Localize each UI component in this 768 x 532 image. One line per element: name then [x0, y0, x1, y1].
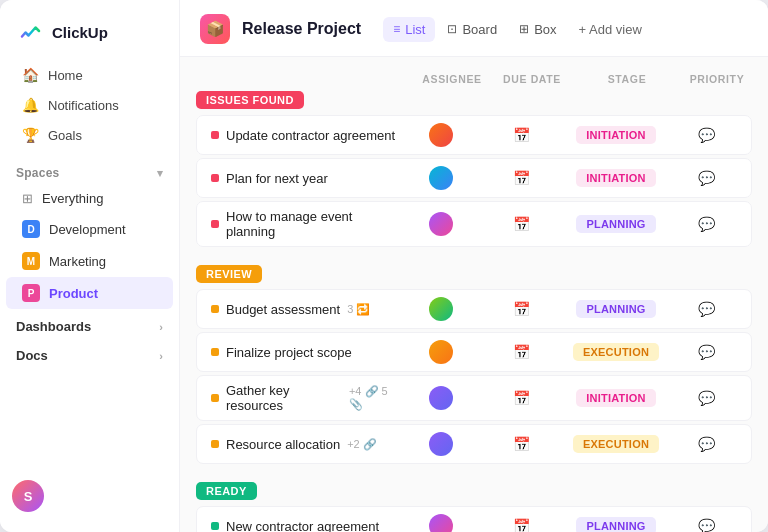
task-name: New contractor agreement — [226, 519, 379, 533]
add-view-button[interactable]: + Add view — [569, 17, 652, 42]
group-ready-badge: READY — [196, 482, 257, 500]
task-name: How to manage event planning — [226, 209, 401, 239]
tab-board-label: Board — [462, 22, 497, 37]
due-date-cell: 📅 — [481, 301, 561, 317]
marketing-dot: M — [22, 252, 40, 270]
product-dot: P — [22, 284, 40, 302]
task-meta: 3 🔁 — [347, 303, 370, 316]
task-name: Update contractor agreement — [226, 128, 395, 143]
task-name-cell: Finalize project scope — [207, 345, 401, 360]
tab-list[interactable]: ≡ List — [383, 17, 435, 42]
task-name-cell: Gather key resources +4 🔗 5 📎 — [207, 383, 401, 413]
view-tabs: ≡ List ⊡ Board ⊞ Box + Add view — [383, 17, 652, 42]
group-review-badge: REVIEW — [196, 265, 262, 283]
due-date-cell: 📅 — [481, 216, 561, 232]
main-header: 📦 Release Project ≡ List ⊡ Board ⊞ Box +… — [180, 0, 768, 57]
stage-cell: PLANNING — [561, 517, 671, 532]
goals-icon: 🏆 — [22, 127, 39, 143]
task-name: Budget assessment — [226, 302, 340, 317]
dashboards-section[interactable]: Dashboards › — [0, 309, 179, 338]
message-icon: 💬 — [698, 216, 715, 232]
stage-badge: EXECUTION — [573, 343, 659, 361]
user-avatar[interactable]: S — [12, 480, 44, 512]
table-row[interactable]: Update contractor agreement 📅 INITIATION… — [196, 115, 752, 155]
table-row[interactable]: How to manage event planning 📅 PLANNING … — [196, 201, 752, 247]
table-row[interactable]: Finalize project scope 📅 EXECUTION 💬 — [196, 332, 752, 372]
sidebar-bottom: S — [0, 472, 179, 520]
task-name: Plan for next year — [226, 171, 328, 186]
spaces-section: Spaces ▾ — [0, 154, 179, 184]
group-issues: ISSUES FOUND Update contractor agreement… — [196, 91, 752, 247]
task-dot — [211, 394, 219, 402]
task-name-cell: Plan for next year — [207, 171, 401, 186]
table-row[interactable]: Budget assessment 3 🔁 📅 PLANNING 💬 — [196, 289, 752, 329]
board-tab-icon: ⊡ — [447, 22, 457, 36]
table-row[interactable]: Resource allocation +2 🔗 📅 EXECUTION 💬 — [196, 424, 752, 464]
main-content: 📦 Release Project ≡ List ⊡ Board ⊞ Box +… — [180, 0, 768, 532]
sidebar-item-notifications-label: Notifications — [48, 98, 119, 113]
message-icon: 💬 — [698, 344, 715, 360]
sidebar-item-goals[interactable]: 🏆 Goals — [6, 120, 173, 150]
task-dot — [211, 174, 219, 182]
group-issues-header: ISSUES FOUND — [196, 91, 752, 109]
task-name: Gather key resources — [226, 383, 342, 413]
task-dot — [211, 440, 219, 448]
avatar — [429, 340, 453, 364]
sidebar-item-development[interactable]: D Development — [6, 213, 173, 245]
task-dot — [211, 305, 219, 313]
stage-badge: INITIATION — [576, 169, 655, 187]
calendar-icon: 📅 — [513, 518, 530, 532]
avatar — [429, 432, 453, 456]
calendar-icon: 📅 — [513, 127, 530, 143]
tab-board[interactable]: ⊡ Board — [437, 17, 507, 42]
due-date-cell: 📅 — [481, 518, 561, 532]
task-meta: +2 🔗 — [347, 438, 377, 451]
assignee-cell — [401, 166, 481, 190]
sidebar-item-notifications[interactable]: 🔔 Notifications — [6, 90, 173, 120]
calendar-icon: 📅 — [513, 344, 530, 360]
group-ready-header: READY — [196, 482, 752, 500]
assignee-cell — [401, 297, 481, 321]
docs-label: Docs — [16, 348, 48, 363]
assignee-cell — [401, 212, 481, 236]
avatar — [429, 297, 453, 321]
table-area: ASSIGNEE DUE DATE STAGE PRIORITY ISSUES … — [180, 57, 768, 532]
avatar — [429, 123, 453, 147]
table-row[interactable]: Gather key resources +4 🔗 5 📎 📅 INITIATI… — [196, 375, 752, 421]
task-name-cell: New contractor agreement — [207, 519, 401, 533]
stage-badge: PLANNING — [576, 215, 655, 233]
tab-box[interactable]: ⊞ Box — [509, 17, 566, 42]
clickup-logo-icon — [16, 18, 44, 46]
spaces-label: Spaces — [16, 166, 59, 180]
stage-badge: PLANNING — [576, 300, 655, 318]
calendar-icon: 📅 — [513, 390, 530, 406]
priority-cell: 💬 — [671, 344, 741, 360]
assignee-cell — [401, 123, 481, 147]
task-name-cell: Resource allocation +2 🔗 — [207, 437, 401, 452]
stage-cell: EXECUTION — [561, 343, 671, 361]
table-row[interactable]: Plan for next year 📅 INITIATION 💬 — [196, 158, 752, 198]
space-development-label: Development — [49, 222, 126, 237]
list-tab-icon: ≡ — [393, 22, 400, 36]
task-name: Finalize project scope — [226, 345, 352, 360]
sidebar-item-home[interactable]: 🏠 Home — [6, 60, 173, 90]
table-row[interactable]: New contractor agreement 📅 PLANNING 💬 — [196, 506, 752, 532]
calendar-icon: 📅 — [513, 301, 530, 317]
add-view-label: + Add view — [579, 22, 642, 37]
app-window: ClickUp 🏠 Home 🔔 Notifications 🏆 Goals S… — [0, 0, 768, 532]
sidebar-item-goals-label: Goals — [48, 128, 82, 143]
priority-cell: 💬 — [671, 436, 741, 452]
sidebar-item-marketing[interactable]: M Marketing — [6, 245, 173, 277]
col-assignee: ASSIGNEE — [412, 73, 492, 85]
sidebar-item-product[interactable]: P Product — [6, 277, 173, 309]
calendar-icon: 📅 — [513, 436, 530, 452]
docs-section[interactable]: Docs › — [0, 338, 179, 367]
space-product-label: Product — [49, 286, 98, 301]
space-marketing-label: Marketing — [49, 254, 106, 269]
priority-cell: 💬 — [671, 170, 741, 186]
sidebar-item-everything[interactable]: ⊞ Everything — [6, 184, 173, 213]
sidebar-nav: 🏠 Home 🔔 Notifications 🏆 Goals — [0, 56, 179, 154]
calendar-icon: 📅 — [513, 216, 530, 232]
assignee-cell — [401, 386, 481, 410]
avatar — [429, 514, 453, 532]
